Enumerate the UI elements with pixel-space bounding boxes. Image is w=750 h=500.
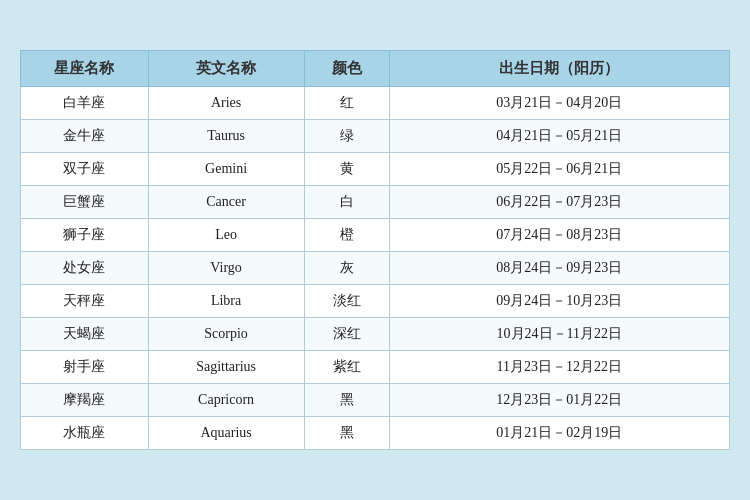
cell-en-name: Cancer xyxy=(148,186,304,219)
table-row: 射手座Sagittarius紫红11月23日－12月22日 xyxy=(21,351,730,384)
table-row: 处女座Virgo灰08月24日－09月23日 xyxy=(21,252,730,285)
cell-date: 11月23日－12月22日 xyxy=(389,351,729,384)
cell-color: 红 xyxy=(304,87,389,120)
cell-zh-name: 水瓶座 xyxy=(21,417,149,450)
cell-en-name: Gemini xyxy=(148,153,304,186)
cell-date: 07月24日－08月23日 xyxy=(389,219,729,252)
table-row: 白羊座Aries红03月21日－04月20日 xyxy=(21,87,730,120)
cell-en-name: Aquarius xyxy=(148,417,304,450)
cell-zh-name: 金牛座 xyxy=(21,120,149,153)
table-row: 水瓶座Aquarius黑01月21日－02月19日 xyxy=(21,417,730,450)
table-header-row: 星座名称 英文名称 颜色 出生日期（阳历） xyxy=(21,51,730,87)
cell-color: 紫红 xyxy=(304,351,389,384)
cell-zh-name: 天蝎座 xyxy=(21,318,149,351)
table-row: 狮子座Leo橙07月24日－08月23日 xyxy=(21,219,730,252)
cell-en-name: Libra xyxy=(148,285,304,318)
cell-zh-name: 射手座 xyxy=(21,351,149,384)
cell-date: 05月22日－06月21日 xyxy=(389,153,729,186)
cell-date: 12月23日－01月22日 xyxy=(389,384,729,417)
cell-date: 09月24日－10月23日 xyxy=(389,285,729,318)
cell-date: 06月22日－07月23日 xyxy=(389,186,729,219)
cell-color: 深红 xyxy=(304,318,389,351)
cell-en-name: Aries xyxy=(148,87,304,120)
cell-en-name: Capricorn xyxy=(148,384,304,417)
cell-en-name: Leo xyxy=(148,219,304,252)
cell-zh-name: 摩羯座 xyxy=(21,384,149,417)
cell-date: 04月21日－05月21日 xyxy=(389,120,729,153)
table-row: 双子座Gemini黄05月22日－06月21日 xyxy=(21,153,730,186)
zodiac-table: 星座名称 英文名称 颜色 出生日期（阳历） 白羊座Aries红03月21日－04… xyxy=(20,50,730,450)
cell-zh-name: 天秤座 xyxy=(21,285,149,318)
table-row: 天蝎座Scorpio深红10月24日－11月22日 xyxy=(21,318,730,351)
cell-color: 绿 xyxy=(304,120,389,153)
main-container: 星座名称 英文名称 颜色 出生日期（阳历） 白羊座Aries红03月21日－04… xyxy=(0,30,750,470)
cell-color: 黑 xyxy=(304,417,389,450)
table-row: 金牛座Taurus绿04月21日－05月21日 xyxy=(21,120,730,153)
cell-zh-name: 双子座 xyxy=(21,153,149,186)
cell-en-name: Scorpio xyxy=(148,318,304,351)
header-date: 出生日期（阳历） xyxy=(389,51,729,87)
cell-color: 橙 xyxy=(304,219,389,252)
cell-en-name: Sagittarius xyxy=(148,351,304,384)
table-row: 摩羯座Capricorn黑12月23日－01月22日 xyxy=(21,384,730,417)
cell-date: 03月21日－04月20日 xyxy=(389,87,729,120)
cell-date: 01月21日－02月19日 xyxy=(389,417,729,450)
cell-date: 10月24日－11月22日 xyxy=(389,318,729,351)
table-row: 巨蟹座Cancer白06月22日－07月23日 xyxy=(21,186,730,219)
header-color: 颜色 xyxy=(304,51,389,87)
table-body: 白羊座Aries红03月21日－04月20日金牛座Taurus绿04月21日－0… xyxy=(21,87,730,450)
cell-zh-name: 处女座 xyxy=(21,252,149,285)
header-zh-name: 星座名称 xyxy=(21,51,149,87)
cell-zh-name: 狮子座 xyxy=(21,219,149,252)
cell-color: 黑 xyxy=(304,384,389,417)
table-row: 天秤座Libra淡红09月24日－10月23日 xyxy=(21,285,730,318)
header-en-name: 英文名称 xyxy=(148,51,304,87)
cell-color: 淡红 xyxy=(304,285,389,318)
cell-en-name: Taurus xyxy=(148,120,304,153)
cell-zh-name: 巨蟹座 xyxy=(21,186,149,219)
cell-color: 黄 xyxy=(304,153,389,186)
cell-color: 灰 xyxy=(304,252,389,285)
cell-date: 08月24日－09月23日 xyxy=(389,252,729,285)
cell-color: 白 xyxy=(304,186,389,219)
cell-en-name: Virgo xyxy=(148,252,304,285)
cell-zh-name: 白羊座 xyxy=(21,87,149,120)
